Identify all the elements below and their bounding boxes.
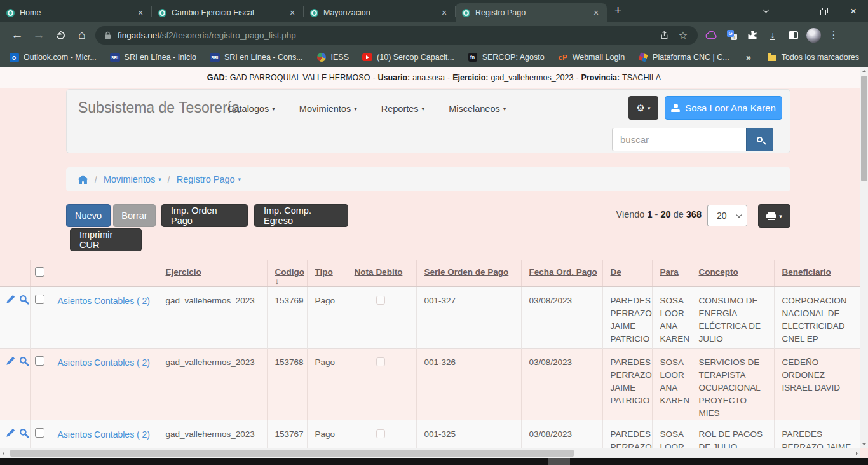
extensions-puzzle-icon[interactable] (742, 25, 763, 45)
view-magnifier-icon[interactable] (19, 428, 29, 442)
page-title: Subsistema de Tesorería (78, 99, 240, 116)
tab-close-icon[interactable]: × (590, 7, 602, 18)
bookmark-webmail[interactable]: cP Webmail Login (558, 52, 625, 62)
bookmarks-overflow-icon[interactable]: » (746, 52, 751, 62)
tab-close-icon[interactable]: × (135, 7, 146, 18)
header-fecha-ord-pago[interactable]: Fecha Ord. Pago (521, 260, 602, 287)
vertical-scrollbar[interactable] (860, 67, 868, 448)
tab-mayorizacion[interactable]: Mayorizacion × (304, 3, 455, 22)
table-row: Asientos Contables ( 2) gad_vallehermos_… (0, 287, 860, 349)
site-favicon (6, 9, 15, 17)
tab-close-icon[interactable]: × (287, 7, 298, 18)
scroll-down-arrow-icon[interactable] (862, 443, 866, 445)
nav-miscelaneos[interactable]: Miscelaneos▾ (449, 104, 506, 114)
row-checkbox[interactable] (35, 428, 44, 438)
side-panel-icon[interactable] (783, 25, 803, 45)
restore-window-icon[interactable] (810, 0, 839, 22)
asientos-contables-link[interactable]: Asientos Contables ( 2) (58, 296, 151, 306)
forward-icon[interactable]: → (28, 24, 50, 46)
bookmark-star-icon[interactable]: ☆ (674, 26, 693, 44)
bookmark-sercop-agosto[interactable]: fn SERCOP: Agosto (468, 52, 545, 62)
breadcrumb-registro-pago[interactable]: Registro Pago▾ (177, 174, 241, 184)
print-menu-button[interactable]: ▾ (758, 204, 790, 228)
header-de[interactable]: De (602, 260, 652, 287)
imprimir-cur-button[interactable]: Imprimir CUR (70, 228, 142, 251)
page-content: GAD: GAD PARROQUIAL VALLE HERMOSO - Usua… (0, 67, 868, 465)
row-checkbox[interactable] (35, 295, 44, 304)
translate-extension-icon[interactable]: gG (722, 25, 742, 45)
home-icon[interactable]: ⌂ (71, 24, 93, 46)
tab-close-icon[interactable]: × (438, 7, 450, 18)
header-serie-orden-pago[interactable]: Serie Orden de Pago (416, 260, 521, 287)
profile-avatar[interactable] (803, 25, 824, 45)
edit-pencil-icon[interactable] (6, 295, 15, 308)
nuevo-button[interactable]: Nuevo (66, 204, 111, 227)
de-cell: PAREDES PERRAZO JAIME PATRICIO (602, 287, 652, 349)
all-bookmarks-button[interactable]: Todos los marcadores (767, 52, 859, 62)
search-input[interactable] (612, 128, 746, 151)
header-concepto[interactable]: Concepto (691, 260, 774, 287)
chevron-down-icon: ▾ (354, 106, 357, 112)
vertical-scrollbar-thumb[interactable] (861, 76, 867, 181)
lock-icon (104, 31, 111, 39)
header-para[interactable]: Para (652, 260, 691, 287)
row-checkbox[interactable] (35, 356, 44, 366)
nota-debito-cell (342, 349, 416, 420)
back-icon[interactable]: ← (6, 24, 28, 46)
scroll-left-arrow-icon[interactable] (3, 452, 4, 455)
user-menu-button[interactable]: Sosa Loor Ana Karen (665, 96, 782, 120)
chevron-down-icon (736, 212, 742, 217)
imp-orden-pago-button[interactable]: Imp. Orden Pago (161, 204, 248, 227)
imp-comp-egreso-button[interactable]: Imp. Comp. Egreso (254, 204, 348, 227)
borrar-button[interactable]: Borrar (113, 204, 156, 227)
tab-search-icon[interactable] (751, 0, 780, 22)
bookmark-sercop-capacitacion[interactable]: (10) Sercop Capacit... (362, 52, 454, 62)
usuario-value: ana.sosa (412, 73, 445, 82)
select-all-checkbox[interactable] (35, 267, 44, 277)
new-tab-button[interactable]: + (607, 3, 629, 20)
nav-movimientos[interactable]: Movimientos▾ (299, 104, 357, 114)
row-actions-cell (0, 420, 30, 449)
bookmark-iess[interactable]: IESS (316, 52, 349, 62)
page-size-select[interactable]: 20 (707, 205, 747, 226)
horizontal-scrollbar-thumb[interactable] (10, 450, 574, 457)
scroll-right-arrow-icon[interactable] (856, 452, 858, 455)
view-magnifier-icon[interactable] (19, 356, 29, 370)
nav-reportes[interactable]: Reportes▾ (381, 104, 424, 114)
tab-cambio-ejercicio[interactable]: Cambio Ejercicio Fiscal × (152, 3, 303, 22)
scroll-up-arrow-icon[interactable] (862, 70, 866, 72)
asientos-contables-link[interactable]: Asientos Contables ( 2) (58, 429, 151, 440)
share-icon[interactable] (654, 26, 674, 44)
close-window-icon[interactable]: × (839, 0, 868, 22)
nav-catalogos[interactable]: Catalogos▾ (227, 104, 275, 114)
edit-pencil-icon[interactable] (6, 428, 15, 441)
view-magnifier-icon[interactable] (19, 295, 29, 309)
address-bar[interactable]: fingads.net/sf2/tesoreria/registro_pago_… (95, 26, 698, 45)
header-nota-debito[interactable]: Nota Debito (342, 260, 416, 287)
browser-menu-icon[interactable]: ⋮ (824, 25, 844, 45)
chevron-down-icon: ▾ (779, 213, 782, 219)
cloud-extension-icon[interactable] (702, 25, 722, 45)
breadcrumb-movimientos[interactable]: Movimientos▾ (104, 174, 161, 184)
header-codigo-sorted[interactable]: Codigo ↓ (267, 260, 307, 287)
horizontal-scrollbar[interactable] (0, 448, 860, 458)
gear-icon: ⚙ (637, 102, 645, 114)
home-icon[interactable] (78, 175, 88, 184)
header-beneficiario[interactable]: Beneficiario (774, 260, 860, 287)
downloads-icon[interactable]: ↓ (763, 25, 783, 45)
edit-pencil-icon[interactable] (6, 356, 15, 370)
tab-home[interactable]: Home × (0, 3, 151, 22)
settings-gear-button[interactable]: ⚙ ▾ (628, 96, 658, 120)
bookmark-sri-inicio[interactable]: SRI SRI en Línea - Inicio (110, 52, 196, 62)
search-button[interactable] (746, 128, 773, 151)
header-ejercicio[interactable]: Ejercicio (158, 260, 267, 287)
codigo-cell: 153768 (267, 349, 307, 420)
reload-icon[interactable] (50, 24, 71, 46)
asientos-contables-link[interactable]: Asientos Contables ( 2) (58, 357, 151, 368)
tab-registro-pago-active[interactable]: Registro Pago × (456, 3, 607, 22)
bookmark-sri-consultas[interactable]: SRI SRI en Línea - Cons... (210, 52, 303, 62)
bookmark-plataforma-cnc[interactable]: Plataforma CNC | C... (638, 52, 729, 62)
bookmark-outlook[interactable]: o Outlook.com - Micr... (9, 52, 97, 62)
header-tipo[interactable]: Tipo (307, 260, 342, 287)
minimize-icon[interactable] (780, 0, 810, 22)
